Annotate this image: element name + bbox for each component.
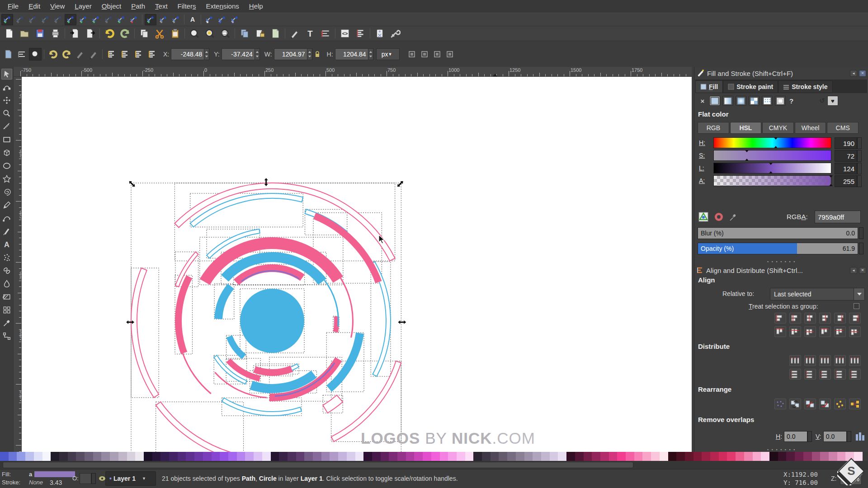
menu-layer[interactable]: Layer bbox=[70, 0, 97, 13]
palette-swatch[interactable] bbox=[778, 452, 787, 461]
align1-button-3[interactable] bbox=[804, 313, 816, 324]
palette-swatch[interactable] bbox=[262, 452, 271, 461]
fill-help[interactable]: ? bbox=[789, 97, 793, 105]
palette-swatch[interactable] bbox=[829, 452, 837, 461]
eraser-tool[interactable] bbox=[1, 265, 12, 276]
opacity-slider[interactable]: Opacity (%) 61.9 bbox=[698, 243, 858, 254]
snap-paths-button[interactable] bbox=[77, 14, 89, 25]
palette-swatch[interactable] bbox=[550, 452, 558, 461]
palette-swatch[interactable] bbox=[186, 452, 194, 461]
align1-button-1[interactable] bbox=[774, 313, 786, 324]
fill-stroke-dialog-button[interactable] bbox=[288, 27, 302, 40]
colorspace-wheel[interactable]: Wheel bbox=[795, 122, 826, 134]
fill-radial-gradient-button[interactable] bbox=[736, 96, 746, 106]
overlap-v-field[interactable]: 0.0 bbox=[823, 431, 847, 442]
affect-dims-toggle[interactable] bbox=[419, 48, 430, 60]
bezier-tool[interactable] bbox=[1, 213, 12, 224]
palette-swatch[interactable] bbox=[702, 452, 710, 461]
print-document-button[interactable] bbox=[48, 27, 62, 40]
align2-button-6[interactable] bbox=[849, 326, 861, 337]
palette-swatch[interactable] bbox=[338, 452, 347, 461]
palette-swatch[interactable] bbox=[152, 452, 161, 461]
palette-swatch[interactable] bbox=[76, 452, 85, 461]
palette-swatch[interactable] bbox=[363, 452, 372, 461]
text-tool[interactable]: A bbox=[1, 239, 12, 250]
palette-swatch[interactable] bbox=[135, 452, 144, 461]
palette-swatch[interactable] bbox=[803, 452, 812, 461]
treat-group-checkbox[interactable] bbox=[854, 303, 859, 309]
palette-swatch[interactable] bbox=[397, 452, 406, 461]
align-collapse-button[interactable]: ◂ bbox=[850, 267, 857, 274]
colorspace-rgb[interactable]: RGB bbox=[698, 122, 729, 134]
select-all-button[interactable] bbox=[2, 48, 14, 61]
palette-swatch[interactable] bbox=[642, 452, 651, 461]
palette-swatch[interactable] bbox=[347, 452, 355, 461]
palette-swatch[interactable] bbox=[51, 452, 59, 461]
palette-swatch[interactable] bbox=[414, 452, 423, 461]
favorite-button[interactable]: ♥ bbox=[827, 96, 838, 106]
palette-swatch[interactable] bbox=[761, 452, 769, 461]
light-slider[interactable] bbox=[713, 163, 831, 174]
palette-swatch[interactable] bbox=[719, 452, 727, 461]
hue-slider[interactable] bbox=[713, 137, 831, 148]
palette-swatch[interactable] bbox=[59, 452, 68, 461]
palette-swatch[interactable] bbox=[769, 452, 778, 461]
palette-swatch[interactable] bbox=[786, 452, 795, 461]
palette-swatch[interactable] bbox=[507, 452, 516, 461]
rgba-field[interactable]: 7959a0ff bbox=[815, 211, 861, 223]
snap-bbox-midpoints-button[interactable] bbox=[52, 14, 64, 25]
palette-swatch[interactable] bbox=[85, 452, 93, 461]
palette-swatch[interactable] bbox=[34, 452, 42, 461]
horizontal-scrollbar[interactable] bbox=[0, 461, 868, 469]
export-bitmap-button[interactable] bbox=[83, 27, 97, 40]
palette-swatch[interactable] bbox=[245, 452, 254, 461]
object-opacity-field[interactable] bbox=[80, 473, 91, 484]
palette-swatch[interactable] bbox=[160, 452, 169, 461]
deselect-button[interactable] bbox=[29, 48, 42, 61]
palette-swatch[interactable] bbox=[406, 452, 415, 461]
palette-swatch[interactable] bbox=[651, 452, 660, 461]
palette-swatch[interactable] bbox=[178, 452, 186, 461]
xml-editor-button[interactable]: <> bbox=[338, 27, 352, 40]
dist2-button-4[interactable] bbox=[834, 369, 846, 380]
paste-button[interactable] bbox=[168, 27, 182, 40]
reset-icon[interactable]: ↺ bbox=[819, 97, 825, 105]
palette-swatch[interactable] bbox=[372, 452, 381, 461]
palette-swatch[interactable] bbox=[381, 452, 389, 461]
palette-swatch[interactable] bbox=[389, 452, 397, 461]
palette-swatch[interactable] bbox=[271, 452, 279, 461]
color-picker-icon[interactable] bbox=[729, 212, 738, 222]
colorspace-cms[interactable]: CMS bbox=[827, 122, 859, 134]
mesh-tool[interactable] bbox=[1, 305, 12, 315]
dropper-tool[interactable] bbox=[1, 318, 12, 328]
palette-swatch[interactable] bbox=[9, 452, 17, 461]
menu-edit[interactable]: Edit bbox=[24, 0, 45, 13]
palette-swatch[interactable] bbox=[668, 452, 677, 461]
layer-selector[interactable]: •Layer 1▼ bbox=[105, 471, 156, 486]
dist1-button-2[interactable] bbox=[804, 355, 816, 366]
palette-swatch[interactable] bbox=[68, 452, 76, 461]
palette-swatch[interactable] bbox=[93, 452, 102, 461]
snap-enable-button[interactable] bbox=[1, 14, 13, 25]
fill-unknown-button[interactable] bbox=[775, 96, 786, 106]
stroke-width[interactable]: 3.43 bbox=[50, 479, 62, 486]
new-document-button[interactable] bbox=[2, 27, 16, 40]
canvas[interactable]: LOGOS BY NICK.COM bbox=[22, 77, 692, 452]
rearr-button-6[interactable] bbox=[849, 399, 861, 409]
dist2-button-1[interactable] bbox=[789, 369, 801, 380]
palette-swatch[interactable] bbox=[25, 452, 34, 461]
palette-swatch[interactable] bbox=[617, 452, 626, 461]
copy-button[interactable] bbox=[137, 27, 151, 40]
tab-stroke-paint[interactable]: Stroke paint bbox=[723, 80, 778, 93]
palette-swatch[interactable] bbox=[693, 452, 702, 461]
zoom-selection-button[interactable] bbox=[187, 27, 202, 40]
selector-tool[interactable] bbox=[1, 69, 12, 80]
palette-swatch[interactable] bbox=[812, 452, 821, 461]
palette-swatch[interactable] bbox=[491, 452, 499, 461]
palette-swatch[interactable] bbox=[685, 452, 693, 461]
affect-move-toggle[interactable] bbox=[406, 48, 418, 60]
snap-guides-button[interactable] bbox=[229, 14, 241, 25]
palette-swatch[interactable] bbox=[101, 452, 110, 461]
menu-view[interactable]: View bbox=[45, 0, 70, 13]
palette-swatch[interactable] bbox=[584, 452, 592, 461]
